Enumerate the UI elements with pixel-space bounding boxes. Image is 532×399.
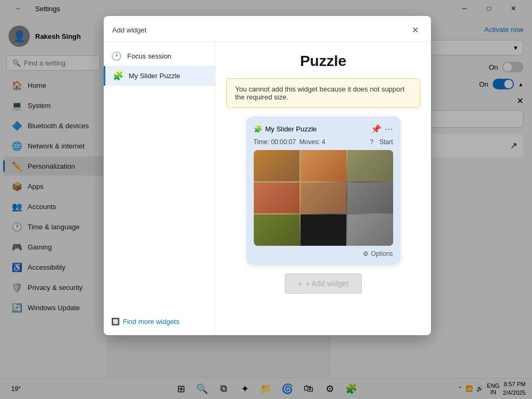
puzzle-piece-3 — [347, 150, 393, 181]
find-more-icon: 🔲 — [111, 318, 120, 326]
modal-body: 🕐 Focus session 🧩 My Slider Puzzle 🔲 Fin… — [104, 42, 431, 335]
modal-sidebar-item-focus[interactable]: 🕐 Focus session — [104, 46, 215, 66]
add-widget-footer: + + Add widget — [226, 273, 420, 294]
widget-time-label: Time: 00:00:07 Moves: 4 — [254, 138, 326, 146]
widget-header: 🧩 My Slider Puzzle 📌 ⋯ — [254, 124, 393, 134]
options-gear-icon: ⚙ — [363, 250, 369, 257]
puzzle-icon: 🧩 — [113, 71, 123, 81]
more-icon[interactable]: ⋯ — [385, 124, 393, 134]
warning-box: You cannot add this widget because it do… — [226, 78, 420, 108]
options-label: Options — [371, 250, 393, 257]
puzzle-piece-2 — [301, 150, 346, 181]
modal-close-button[interactable]: ✕ — [408, 22, 422, 37]
add-widget-footer-button[interactable]: + + Add widget — [285, 273, 362, 294]
modal-sidebar-item-slider[interactable]: 🧩 My Slider Puzzle — [104, 66, 215, 86]
modal-sidebar: 🕐 Focus session 🧩 My Slider Puzzle 🔲 Fin… — [104, 42, 215, 335]
widget-preview: 🧩 My Slider Puzzle 📌 ⋯ Time: 00:00:07 Mo… — [246, 117, 401, 265]
find-more-widgets[interactable]: 🔲 Find more widgets — [104, 312, 215, 331]
add-plus-icon: + — [298, 279, 302, 288]
add-widget-modal: Add widget ✕ 🕐 Focus session 🧩 My Slider… — [104, 16, 431, 335]
widget-title: My Slider Puzzle — [265, 125, 317, 133]
puzzle-piece-7 — [254, 214, 300, 246]
find-more-label: Find more widgets — [123, 318, 179, 326]
widget-puzzle-icon: 🧩 — [254, 125, 262, 133]
focus-icon: 🕐 — [111, 51, 122, 61]
modal-heading: Puzzle — [300, 53, 346, 70]
widget-controls: ? Start — [370, 138, 393, 146]
help-icon[interactable]: ? — [370, 138, 373, 146]
pin-icon[interactable]: 📌 — [371, 124, 381, 134]
puzzle-image — [254, 150, 393, 246]
modal-titlebar: Add widget ✕ — [104, 16, 431, 42]
widget-time-row: Time: 00:00:07 Moves: 4 ? Start — [254, 138, 393, 146]
modal-sidebar-item-label: Focus session — [127, 52, 171, 60]
puzzle-piece-1 — [254, 150, 300, 181]
add-widget-footer-label: + Add widget — [305, 279, 348, 288]
puzzle-piece-5 — [301, 182, 346, 214]
puzzle-piece-4 — [254, 182, 300, 214]
widget-actions: 📌 ⋯ — [371, 124, 393, 134]
puzzle-piece-8 — [301, 214, 346, 246]
puzzle-piece-6 — [347, 182, 393, 214]
modal-main: Puzzle You cannot add this widget becaus… — [215, 42, 431, 335]
widget-title-row: 🧩 My Slider Puzzle — [254, 125, 317, 133]
widget-options[interactable]: ⚙ Options — [254, 250, 393, 257]
puzzle-piece-9 — [347, 214, 393, 246]
modal-sidebar-item-label: My Slider Puzzle — [129, 72, 180, 80]
modal-title: Add widget — [112, 26, 146, 34]
start-label[interactable]: Start — [379, 138, 393, 146]
